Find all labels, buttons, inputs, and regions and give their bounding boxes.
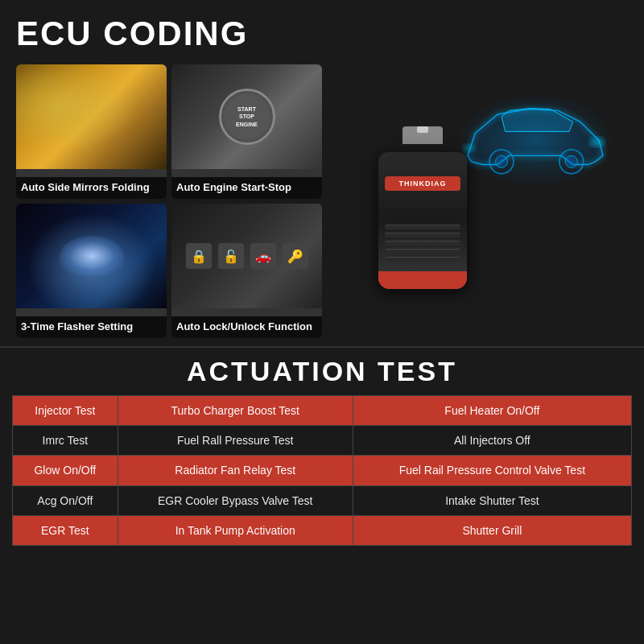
lock-icon-3: 🚗 [250,243,276,269]
actuation-cell-2-1: Radiator Fan Relay Test [118,456,353,485]
feature-mirrors: Auto Side Mirrors Folding [16,64,167,199]
actuation-row-4: EGR TestIn Tank Pump ActivationShutter G… [13,515,632,545]
device-connector [402,126,443,144]
car-silhouette [451,80,620,193]
device-ribs [378,221,467,265]
rib-5 [385,257,460,262]
actuation-cell-1-2: All Injectors Off [353,426,631,456]
actuation-cell-4-0: EGR Test [13,515,118,545]
feature-grid: Auto Side Mirrors Folding STARTSTOPENGIN… [16,64,322,338]
actuation-table: Injector TestTurbo Charger Boost TestFue… [12,395,632,546]
lock-icon-1: 🔒 [186,243,212,269]
lock-icons-group: 🔒 🔓 🚗 🔑 [180,237,315,275]
actuation-row-3: Acg On/OffEGR Cooler Bypass Valve TestIn… [13,485,632,515]
page-wrapper: ECU CODING Auto Side Mirrors Folding STA… [0,0,644,644]
actuation-cell-0-0: Injector Test [13,396,118,426]
engine-label: Auto Engine Start-Stop [171,177,322,199]
ecu-coding-title: ECU CODING [16,14,248,53]
mirrors-label: Auto Side Mirrors Folding [16,177,167,199]
rib-3 [385,241,460,246]
actuation-cell-1-0: Imrc Test [13,426,118,456]
lock-image: 🔒 🔓 🚗 🔑 [171,204,322,308]
headlight-shape [60,236,124,276]
actuation-cell-3-2: Intake Shutter Test [353,485,631,515]
obd-device: THINKDIAG [378,133,467,270]
actuation-cell-1-1: Fuel Rall Pressure Test [118,426,353,456]
top-content: Auto Side Mirrors Folding STARTSTOPENGIN… [16,64,628,338]
svg-point-2 [496,155,508,167]
lock-icon-2: 🔓 [218,243,244,269]
actuation-title: ACTUATION TEST [12,356,632,387]
actuation-row-0: Injector TestTurbo Charger Boost TestFue… [13,396,632,426]
top-section: ECU CODING Auto Side Mirrors Folding STA… [0,0,644,346]
flasher-image [16,204,167,308]
engine-image: STARTSTOPENGINE [171,64,322,169]
svg-point-5 [589,138,605,147]
actuation-cell-4-2: Shutter Grill [353,515,631,545]
rib-2 [385,233,460,237]
lock-icon-4: 🔑 [283,243,308,269]
feature-lock: 🔒 🔓 🚗 🔑 Auto Lock/Unlock Function [171,204,322,338]
actuation-cell-4-1: In Tank Pump Activation [118,515,353,545]
actuation-cell-2-0: Glow On/Off [13,456,118,485]
mirrors-image [16,64,167,169]
feature-flasher: 3-Time Flasher Setting [16,204,167,338]
flasher-label: 3-Time Flasher Setting [16,316,167,338]
actuation-cell-3-0: Acg On/Off [13,485,118,515]
actuation-cell-2-2: Fuel Rail Pressure Control Valve Test [353,456,631,485]
device-brand: THINKDIAG [385,176,460,191]
start-stop-text: STARTSTOPENGINE [236,105,258,127]
lock-label: Auto Lock/Unlock Function [171,316,322,338]
start-stop-button: STARTSTOPENGINE [219,89,275,145]
actuation-row-2: Glow On/OffRadiator Fan Relay TestFuel R… [13,456,632,485]
rib-1 [385,225,460,229]
svg-point-4 [565,155,577,167]
device-body: THINKDIAG [378,152,467,289]
feature-engine: STARTSTOPENGINE Auto Engine Start-Stop [171,64,322,199]
actuation-cell-0-2: Fuel Heater On/Off [353,396,631,426]
device-red-stripe [378,271,467,289]
actuation-row-1: Imrc TestFuel Rall Pressure TestAll Inje… [13,426,632,456]
actuation-cell-3-1: EGR Cooler Bypass Valve Test [118,485,353,515]
actuation-cell-0-1: Turbo Charger Boost Test [118,396,353,426]
rib-4 [385,249,460,254]
bottom-section: ACTUATION TEST Injector TestTurbo Charge… [0,346,644,644]
connector-pin [417,126,428,133]
car-device-area: THINKDIAG [330,64,628,338]
